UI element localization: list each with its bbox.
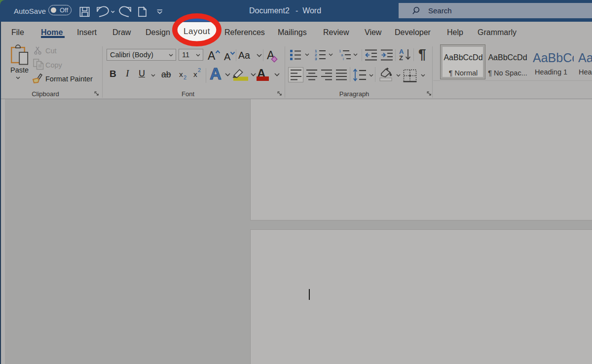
svg-text:Layout: Layout <box>184 27 210 36</box>
